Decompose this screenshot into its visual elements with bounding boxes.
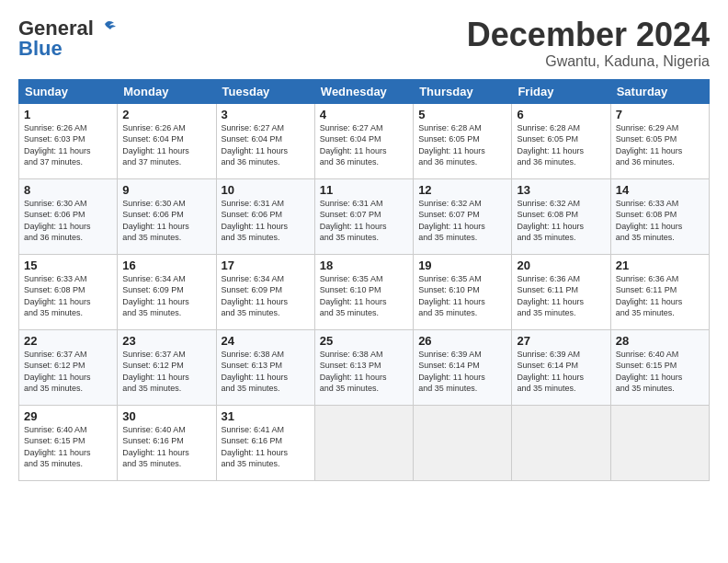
title-area: December 2024 Gwantu, Kaduna, Nigeria <box>467 17 710 70</box>
day-info: Sunrise: 6:31 AM Sunset: 6:06 PM Dayligh… <box>222 198 310 244</box>
day-info: Sunrise: 6:37 AM Sunset: 6:12 PM Dayligh… <box>122 349 210 395</box>
month-title: December 2024 <box>467 17 710 53</box>
table-row: 31Sunrise: 6:41 AM Sunset: 6:16 PM Dayli… <box>216 405 314 480</box>
table-row: 18Sunrise: 6:35 AM Sunset: 6:10 PM Dayli… <box>314 254 413 329</box>
table-row: 7Sunrise: 6:29 AM Sunset: 6:05 PM Daylig… <box>610 103 709 178</box>
calendar-week-row: 15Sunrise: 6:33 AM Sunset: 6:08 PM Dayli… <box>19 254 710 329</box>
col-sunday: Sunday <box>19 79 118 103</box>
day-number: 21 <box>616 259 704 272</box>
table-row: 17Sunrise: 6:34 AM Sunset: 6:09 PM Dayli… <box>216 254 314 329</box>
day-number: 31 <box>222 409 310 423</box>
table-row: 14Sunrise: 6:33 AM Sunset: 6:08 PM Dayli… <box>610 178 709 254</box>
day-number: 4 <box>320 108 408 121</box>
day-number: 30 <box>122 409 210 423</box>
day-number: 8 <box>24 183 112 197</box>
table-row: 6Sunrise: 6:28 AM Sunset: 6:05 PM Daylig… <box>512 103 610 178</box>
col-tuesday: Tuesday <box>216 79 314 103</box>
table-row: 5Sunrise: 6:28 AM Sunset: 6:05 PM Daylig… <box>414 103 512 178</box>
calendar-week-row: 29Sunrise: 6:40 AM Sunset: 6:15 PM Dayli… <box>19 405 710 480</box>
table-row: 21Sunrise: 6:36 AM Sunset: 6:11 PM Dayli… <box>610 254 709 329</box>
day-number: 16 <box>122 259 210 272</box>
table-row: 24Sunrise: 6:38 AM Sunset: 6:13 PM Dayli… <box>216 329 314 405</box>
day-number: 22 <box>24 334 112 348</box>
location: Gwantu, Kaduna, Nigeria <box>467 53 710 70</box>
col-wednesday: Wednesday <box>314 79 413 103</box>
table-row: 22Sunrise: 6:37 AM Sunset: 6:12 PM Dayli… <box>19 329 118 405</box>
table-row: 13Sunrise: 6:32 AM Sunset: 6:08 PM Dayli… <box>512 178 610 254</box>
table-row: 20Sunrise: 6:36 AM Sunset: 6:11 PM Dayli… <box>512 254 610 329</box>
table-row: 28Sunrise: 6:40 AM Sunset: 6:15 PM Dayli… <box>610 329 709 405</box>
day-number: 7 <box>616 108 704 121</box>
calendar-week-row: 8Sunrise: 6:30 AM Sunset: 6:06 PM Daylig… <box>19 178 710 254</box>
table-row: 29Sunrise: 6:40 AM Sunset: 6:15 PM Dayli… <box>19 405 118 480</box>
day-info: Sunrise: 6:33 AM Sunset: 6:08 PM Dayligh… <box>24 273 112 319</box>
day-number: 11 <box>320 183 408 197</box>
day-number: 17 <box>222 259 310 272</box>
col-saturday: Saturday <box>610 79 709 103</box>
day-info: Sunrise: 6:30 AM Sunset: 6:06 PM Dayligh… <box>24 198 112 244</box>
header: General Blue December 2024 Gwantu, Kadun… <box>18 17 710 70</box>
table-row: 15Sunrise: 6:33 AM Sunset: 6:08 PM Dayli… <box>19 254 118 329</box>
logo-bird-icon <box>96 18 116 39</box>
col-thursday: Thursday <box>414 79 512 103</box>
table-row: 2Sunrise: 6:26 AM Sunset: 6:04 PM Daylig… <box>118 103 216 178</box>
day-number: 25 <box>320 334 408 348</box>
day-number: 28 <box>616 334 704 348</box>
day-number: 3 <box>222 108 310 121</box>
day-number: 10 <box>222 183 310 197</box>
day-number: 18 <box>320 259 408 272</box>
day-info: Sunrise: 6:34 AM Sunset: 6:09 PM Dayligh… <box>122 273 210 319</box>
table-row: 3Sunrise: 6:27 AM Sunset: 6:04 PM Daylig… <box>216 103 314 178</box>
table-row <box>414 405 512 480</box>
day-info: Sunrise: 6:39 AM Sunset: 6:14 PM Dayligh… <box>517 349 605 395</box>
col-friday: Friday <box>512 79 610 103</box>
table-row: 16Sunrise: 6:34 AM Sunset: 6:09 PM Dayli… <box>118 254 216 329</box>
day-info: Sunrise: 6:35 AM Sunset: 6:10 PM Dayligh… <box>418 273 506 319</box>
table-row: 12Sunrise: 6:32 AM Sunset: 6:07 PM Dayli… <box>414 178 512 254</box>
table-row: 4Sunrise: 6:27 AM Sunset: 6:04 PM Daylig… <box>314 103 413 178</box>
table-row: 25Sunrise: 6:38 AM Sunset: 6:13 PM Dayli… <box>314 329 413 405</box>
day-info: Sunrise: 6:35 AM Sunset: 6:10 PM Dayligh… <box>320 273 408 319</box>
day-info: Sunrise: 6:39 AM Sunset: 6:14 PM Dayligh… <box>418 349 506 395</box>
day-number: 13 <box>517 183 605 197</box>
day-number: 1 <box>24 108 112 121</box>
table-row: 10Sunrise: 6:31 AM Sunset: 6:06 PM Dayli… <box>216 178 314 254</box>
day-number: 12 <box>418 183 506 197</box>
day-info: Sunrise: 6:36 AM Sunset: 6:11 PM Dayligh… <box>517 273 605 319</box>
day-info: Sunrise: 6:26 AM Sunset: 6:04 PM Dayligh… <box>122 122 210 168</box>
table-row <box>512 405 610 480</box>
day-info: Sunrise: 6:33 AM Sunset: 6:08 PM Dayligh… <box>616 198 704 244</box>
day-number: 2 <box>122 108 210 121</box>
logo: General Blue <box>18 17 116 61</box>
day-info: Sunrise: 6:31 AM Sunset: 6:07 PM Dayligh… <box>320 198 408 244</box>
table-row: 8Sunrise: 6:30 AM Sunset: 6:06 PM Daylig… <box>19 178 118 254</box>
calendar-week-row: 22Sunrise: 6:37 AM Sunset: 6:12 PM Dayli… <box>19 329 710 405</box>
calendar-header-row: Sunday Monday Tuesday Wednesday Thursday… <box>19 79 710 103</box>
day-info: Sunrise: 6:27 AM Sunset: 6:04 PM Dayligh… <box>222 122 310 168</box>
table-row: 30Sunrise: 6:40 AM Sunset: 6:16 PM Dayli… <box>118 405 216 480</box>
day-info: Sunrise: 6:29 AM Sunset: 6:05 PM Dayligh… <box>616 122 704 168</box>
day-info: Sunrise: 6:36 AM Sunset: 6:11 PM Dayligh… <box>616 273 704 319</box>
day-info: Sunrise: 6:32 AM Sunset: 6:08 PM Dayligh… <box>517 198 605 244</box>
calendar-week-row: 1Sunrise: 6:26 AM Sunset: 6:03 PM Daylig… <box>19 103 710 178</box>
day-number: 9 <box>122 183 210 197</box>
day-number: 24 <box>222 334 310 348</box>
table-row <box>314 405 413 480</box>
day-info: Sunrise: 6:32 AM Sunset: 6:07 PM Dayligh… <box>418 198 506 244</box>
day-number: 23 <box>122 334 210 348</box>
table-row: 27Sunrise: 6:39 AM Sunset: 6:14 PM Dayli… <box>512 329 610 405</box>
table-row <box>610 405 709 480</box>
day-info: Sunrise: 6:38 AM Sunset: 6:13 PM Dayligh… <box>320 349 408 395</box>
day-info: Sunrise: 6:38 AM Sunset: 6:13 PM Dayligh… <box>222 349 310 395</box>
day-number: 26 <box>418 334 506 348</box>
day-info: Sunrise: 6:26 AM Sunset: 6:03 PM Dayligh… <box>24 122 112 168</box>
calendar: Sunday Monday Tuesday Wednesday Thursday… <box>18 79 710 481</box>
day-info: Sunrise: 6:28 AM Sunset: 6:05 PM Dayligh… <box>418 122 506 168</box>
day-number: 15 <box>24 259 112 272</box>
day-info: Sunrise: 6:40 AM Sunset: 6:15 PM Dayligh… <box>24 424 112 470</box>
day-number: 29 <box>24 409 112 423</box>
page: General Blue December 2024 Gwantu, Kadun… <box>0 0 728 563</box>
day-number: 5 <box>418 108 506 121</box>
col-monday: Monday <box>118 79 216 103</box>
day-info: Sunrise: 6:34 AM Sunset: 6:09 PM Dayligh… <box>222 273 310 319</box>
